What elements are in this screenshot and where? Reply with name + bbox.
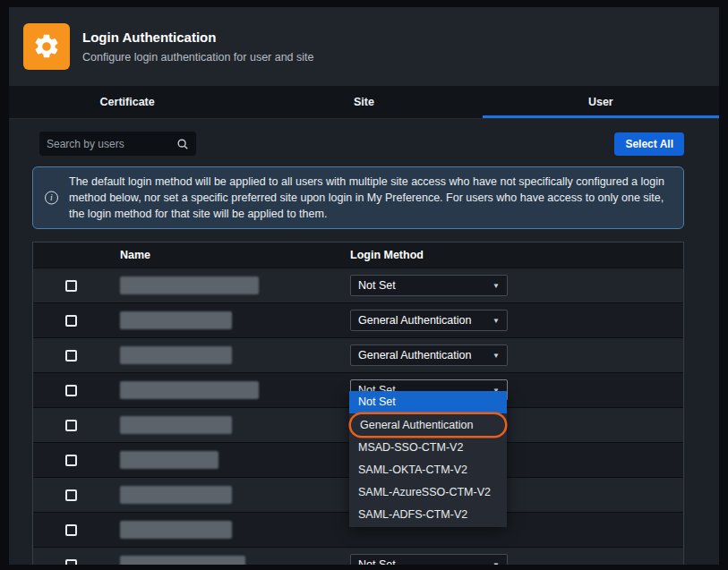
login-authentication-page: Login Authentication Configure login aut…: [0, 0, 728, 570]
row-name-cell: [108, 521, 346, 539]
login-method-value: Not Set: [358, 279, 396, 292]
redacted-name: [120, 556, 245, 565]
menu-option[interactable]: SAML-AzureSSO-CTM-V2: [349, 481, 507, 504]
row-checkbox[interactable]: [65, 524, 77, 536]
page-title: Login Authentication: [82, 30, 314, 45]
info-banner-text: The default login method will be applied…: [69, 175, 664, 220]
redacted-name: [120, 311, 232, 329]
tab-certificate[interactable]: Certificate: [9, 86, 245, 118]
redacted-name: [120, 416, 232, 434]
row-checkbox-cell: [33, 350, 108, 362]
login-method-select[interactable]: General Authentication ▼: [350, 310, 508, 331]
row-name-cell: [108, 276, 346, 294]
row-checkbox[interactable]: [65, 489, 77, 501]
row-checkbox-cell: [33, 315, 108, 327]
row-checkbox-cell: [33, 280, 108, 292]
row-name-cell: [108, 416, 346, 434]
redacted-name: [120, 381, 259, 399]
login-method-select[interactable]: Not Set ▼: [350, 275, 508, 296]
row-checkbox[interactable]: [65, 385, 77, 396]
row-name-cell: [108, 311, 346, 329]
page-subtitle: Configure login authentication for user …: [82, 51, 314, 64]
row-name-cell: [108, 381, 346, 399]
row-login-method-cell: General Authentication ▼: [346, 345, 683, 366]
row-checkbox[interactable]: [65, 280, 77, 292]
row-checkbox[interactable]: [65, 420, 77, 431]
search-icon: [176, 138, 189, 150]
row-checkbox[interactable]: [65, 455, 77, 466]
row-checkbox[interactable]: [65, 350, 77, 362]
login-method-value: General Authentication: [358, 349, 471, 362]
tab-user[interactable]: User: [483, 86, 719, 118]
row-name-cell: [108, 346, 346, 364]
redacted-name: [120, 276, 259, 294]
header-text: Login Authentication Configure login aut…: [82, 30, 314, 64]
menu-option[interactable]: MSAD-SSO-CTM-V2: [349, 437, 507, 459]
gear-icon: [23, 23, 70, 70]
row-login-method-cell: General Authentication ▼: [346, 310, 683, 331]
login-method-menu: Not SetGeneral AuthenticationMSAD-SSO-CT…: [349, 391, 507, 527]
search-box[interactable]: [39, 132, 196, 156]
tab-site[interactable]: Site: [245, 86, 482, 118]
toolbar: Select All: [32, 132, 684, 156]
menu-option[interactable]: SAML-OKTA-CTM-V2: [349, 459, 507, 481]
login-method-select[interactable]: Not Set ▼: [350, 554, 508, 565]
row-checkbox-cell: [33, 455, 108, 466]
login-method-select[interactable]: General Authentication ▼: [350, 345, 508, 366]
chevron-down-icon: ▼: [492, 561, 500, 565]
table-row: Not Set ▼: [33, 268, 683, 302]
column-header-login-method: Login Method: [346, 249, 683, 261]
row-login-method-cell: Not Set ▼: [346, 275, 683, 296]
column-header-name: Name: [108, 249, 346, 261]
row-checkbox[interactable]: [65, 315, 77, 327]
row-checkbox-cell: [33, 524, 108, 536]
table-row: Not Set ▼: [33, 547, 683, 565]
chevron-down-icon: ▼: [492, 282, 500, 290]
menu-option[interactable]: Not Set: [349, 391, 507, 413]
row-checkbox-cell: [33, 420, 108, 431]
redacted-name: [120, 486, 232, 504]
row-checkbox-cell: [33, 489, 108, 501]
row-checkbox-cell: [33, 559, 108, 565]
table-row: General Authentication ▼: [33, 302, 683, 337]
info-banner: i The default login method will be appli…: [32, 166, 684, 229]
info-icon: i: [45, 191, 58, 205]
chevron-down-icon: ▼: [492, 317, 500, 325]
tab-bar: Certificate Site User: [9, 86, 719, 119]
menu-option[interactable]: SAML-ADFS-CTM-V2: [349, 504, 507, 526]
select-all-button[interactable]: Select All: [614, 132, 684, 156]
login-method-value: General Authentication: [358, 314, 471, 327]
login-method-value: Not Set: [358, 558, 396, 565]
menu-option[interactable]: General Authentication: [351, 414, 505, 436]
redacted-name: [120, 521, 232, 539]
search-input[interactable]: [47, 138, 176, 150]
table-row: General Authentication ▼: [33, 337, 683, 372]
row-name-cell: [108, 556, 346, 565]
row-name-cell: [108, 451, 346, 469]
row-name-cell: [108, 486, 346, 504]
page-header: Login Authentication Configure login aut…: [9, 7, 719, 86]
row-login-method-cell: Not Set ▼: [346, 554, 683, 565]
row-checkbox-cell: [33, 385, 108, 396]
redacted-name: [120, 451, 218, 469]
table-header: Name Login Method: [33, 242, 683, 268]
redacted-name: [120, 346, 232, 364]
chevron-down-icon: ▼: [492, 352, 500, 360]
row-checkbox[interactable]: [65, 559, 77, 565]
